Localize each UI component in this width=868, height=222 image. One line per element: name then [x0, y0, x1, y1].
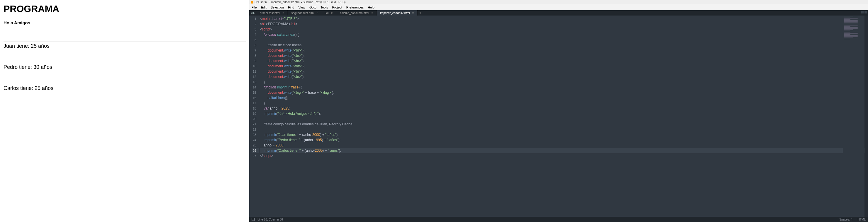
dirty-icon	[331, 12, 333, 14]
status-cursor: Line 26, Column 56	[257, 218, 283, 221]
preview-line: Carlos tiene: 25 años	[3, 85, 53, 91]
tab-imprimir-edades2[interactable]: imprimir_edades2.html ×	[377, 10, 417, 15]
tab-label: imprimir_edades2.html	[380, 11, 410, 15]
tab-label: segundo test.html	[291, 11, 314, 15]
tab-primer-test[interactable]: primer test.html ×	[256, 10, 288, 15]
window-titlebar: C:\Users\…\imprimir_edades2.html - Subli…	[249, 0, 868, 4]
window-title: C:\Users\…\imprimir_edades2.html - Subli…	[254, 1, 345, 4]
status-syntax[interactable]: HTML	[858, 218, 866, 221]
statusbar: Line 26, Column 56 Spaces: 4 HTML	[249, 217, 868, 222]
tab-lol[interactable]: lol	[322, 10, 336, 15]
tab-calculo-consumo[interactable]: calculo_consumo.html ×	[336, 10, 376, 15]
tab-segundo-test[interactable]: segundo test.html ×	[288, 10, 322, 15]
vertical-scrollbar[interactable]	[865, 15, 868, 217]
menu-help[interactable]: Help	[368, 5, 374, 10]
code-area[interactable]: 1234567891011121314151617181920212223242…	[249, 15, 868, 217]
menubar: File Edit Selection Find View Goto Tools…	[249, 4, 868, 10]
status-spaces[interactable]: Spaces: 4	[839, 218, 852, 221]
tab-label: primer test.html	[260, 11, 280, 15]
preview-line: Pedro tiene: 30 años	[3, 64, 52, 70]
menu-selection[interactable]: Selection	[271, 5, 284, 10]
gutter: 1234567891011121314151617181920212223242…	[249, 15, 259, 217]
hr	[3, 105, 246, 105]
code[interactable]: <meta charset="UTF-8"><h1>PROGRAMA</h1><…	[259, 15, 868, 217]
preview-line: Juan tiene: 25 años	[3, 43, 50, 49]
layout-grid-icon[interactable]	[861, 11, 867, 13]
new-tab-icon[interactable]: +	[419, 11, 422, 15]
minimap[interactable]	[843, 15, 864, 217]
panel-switcher-icon[interactable]	[252, 218, 254, 221]
editor: C:\Users\…\imprimir_edades2.html - Subli…	[249, 0, 868, 222]
menu-file[interactable]: File	[252, 5, 257, 10]
tab-label: calculo_consumo.html	[340, 11, 369, 15]
menu-tools[interactable]: Tools	[320, 5, 328, 10]
menu-edit[interactable]: Edit	[261, 5, 267, 10]
hr	[3, 84, 246, 84]
menu-view[interactable]: View	[298, 5, 305, 10]
close-icon[interactable]: ×	[317, 11, 318, 14]
page-title: PROGRAMA	[3, 3, 246, 14]
close-icon[interactable]: ×	[412, 11, 414, 14]
page-subtitle: Hola Amigos	[3, 20, 246, 25]
menu-project[interactable]: Project	[332, 5, 342, 10]
browser-preview: PROGRAMA Hola Amigos Juan tiene: 25 años…	[0, 0, 249, 222]
app-icon	[251, 1, 253, 3]
close-icon[interactable]: ×	[282, 11, 284, 14]
menu-find[interactable]: Find	[288, 5, 294, 10]
tabbar: ◀ ▶ primer test.html × segundo test.html…	[249, 10, 868, 15]
menu-preferences[interactable]: Preferences	[346, 5, 364, 10]
tab-nav-fwd-icon[interactable]: ▶	[253, 11, 255, 14]
tab-label: lol	[326, 11, 329, 15]
hr	[3, 42, 246, 42]
hr	[3, 63, 246, 63]
menu-goto[interactable]: Goto	[309, 5, 316, 10]
close-icon[interactable]: ×	[371, 11, 373, 14]
tab-nav-back-icon[interactable]: ◀	[250, 11, 252, 14]
